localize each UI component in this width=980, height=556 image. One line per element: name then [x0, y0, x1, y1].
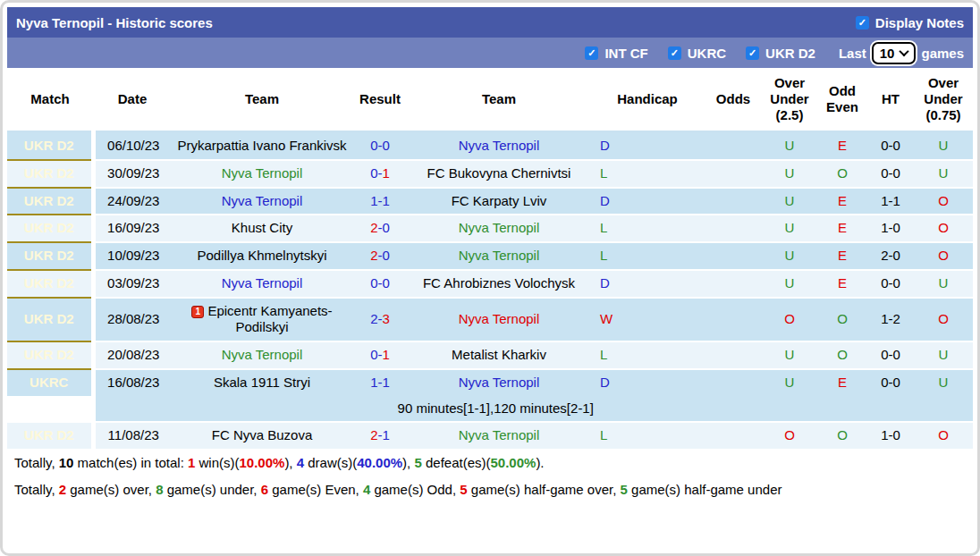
league-badge: UKRC	[7, 369, 93, 396]
col-date: Date	[93, 68, 172, 132]
table-row: UKR D2 16/09/23 Khust City 2-0 Nyva Tern…	[7, 215, 973, 242]
score-away: 0	[383, 220, 390, 235]
score-home: 1	[370, 193, 377, 208]
red-card-icon: 1	[191, 306, 204, 318]
league-badge: UKR D2	[7, 242, 93, 270]
result-cell: 2-0	[352, 242, 408, 270]
summary: Totally, 10 match(es) in total: 1 win(s)…	[7, 449, 973, 502]
display-notes-checkbox[interactable]	[856, 16, 869, 29]
odd-even-cell: E	[817, 242, 867, 270]
result-cell: 2-0	[352, 215, 408, 242]
ukr-d2-checkbox[interactable]	[746, 46, 759, 60]
home-team-cell: Skala 1911 Stryi	[172, 369, 352, 396]
page-title: Nyva Ternopil - Historic scores	[16, 15, 213, 30]
league-badge: UKR D2	[7, 132, 93, 160]
over-under-075-cell: U	[914, 270, 973, 298]
score-home: 1	[370, 375, 377, 390]
table-row: UKR D2 06/10/23 Prykarpattia Ivano Frank…	[7, 132, 973, 160]
league-badge: UKR D2	[7, 298, 93, 342]
over-under-075-cell: O	[914, 188, 973, 215]
league-badge: UKR D2	[7, 422, 93, 449]
away-team-cell: FC Bukovyna Chernivtsi	[408, 160, 590, 188]
table-row: UKR D2 03/09/23 Nyva Ternopil 0-0 FC Ahr…	[7, 270, 973, 298]
home-team-cell: Prykarpattia Ivano Frankivsk	[172, 132, 352, 160]
over-under-25-cell: U	[762, 215, 817, 242]
league-badge: UKR D2	[7, 160, 93, 188]
handicap-cell: W	[590, 298, 705, 342]
col-over-under-075: Over Under (0.75)	[914, 68, 973, 132]
away-team-cell: Metalist Kharkiv	[408, 341, 590, 369]
ht-cell: 1-0	[867, 422, 914, 449]
league-badge: UKR D2	[7, 341, 93, 369]
ukr-d2-label: UKR D2	[765, 46, 815, 61]
over-under-075-cell: O	[914, 298, 973, 342]
ht-cell: 2-0	[867, 242, 914, 270]
home-team-cell: Nyva Ternopil	[172, 270, 352, 298]
ukrc-label: UKRC	[688, 46, 726, 61]
home-team: Skala 1911 Stryi	[214, 375, 310, 390]
over-under-075-cell: O	[914, 242, 973, 270]
home-team-cell: Khust City	[172, 215, 352, 242]
away-team: Nyva Ternopil	[459, 375, 540, 390]
score-home: 0	[370, 165, 377, 181]
odd-even-cell: E	[817, 132, 867, 160]
over-under-25-cell: U	[762, 270, 817, 298]
score-home: 2	[370, 427, 377, 442]
home-team-cell: Podillya Khmelnytskyi	[172, 242, 352, 270]
away-team-cell: Nyva Ternopil	[408, 215, 590, 242]
result-cell: 2-1	[352, 422, 408, 449]
away-team: Nyva Ternopil	[459, 220, 540, 235]
table-header-row: Match Date Team Result Team Handicap Odd…	[7, 68, 973, 132]
ht-cell: 0-0	[867, 132, 914, 160]
chevron-down-icon	[900, 46, 909, 56]
handicap-cell: L	[590, 422, 705, 449]
col-home-team: Team	[172, 68, 352, 132]
col-away-team: Team	[408, 68, 590, 132]
table-row: UKR D2 30/09/23 Nyva Ternopil 0-1 FC Buk…	[7, 160, 973, 188]
over-under-075-cell: U	[914, 369, 973, 396]
date-cell: 28/08/23	[93, 298, 172, 342]
int-cf-label: INT CF	[604, 46, 647, 61]
handicap-cell: D	[590, 188, 705, 215]
table-row: UKR D2 24/09/23 Nyva Ternopil 1-1 FC Kar…	[7, 188, 973, 215]
games-count-select[interactable]: 10	[872, 42, 917, 64]
filter-bar: INT CF UKRC UKR D2 Last 10 games	[7, 38, 973, 68]
int-cf-checkbox[interactable]	[585, 46, 598, 60]
away-team-cell: Nyva Ternopil	[408, 422, 590, 449]
historic-scores-table: Match Date Team Result Team Handicap Odd…	[7, 68, 973, 449]
odds-cell	[705, 132, 762, 160]
table-row: UKR D2 11/08/23 FC Nyva Buzova 2-1 Nyva …	[7, 422, 973, 449]
score-away: 3	[383, 311, 390, 326]
home-team: Nyva Ternopil	[222, 193, 303, 208]
over-under-075-cell: O	[914, 215, 973, 242]
score-home: 2	[370, 311, 377, 326]
home-team: Podillya Khmelnytskyi	[197, 248, 326, 263]
league-badge: UKR D2	[7, 270, 93, 298]
home-team-cell: 1Epicentr Kamyanets-Podilskyi	[172, 298, 352, 342]
score-away: 0	[383, 138, 390, 153]
odds-cell	[705, 242, 762, 270]
col-handicap: Handicap	[590, 68, 705, 132]
col-odds: Odds	[705, 68, 762, 132]
home-team: Epicentr Kamyanets-Podilskyi	[207, 303, 332, 335]
home-team-cell: Nyva Ternopil	[172, 160, 352, 188]
score-home: 0	[370, 275, 377, 291]
over-under-25-cell: U	[762, 188, 817, 215]
date-cell: 11/08/23	[93, 422, 172, 449]
score-home: 2	[370, 248, 377, 263]
away-team: FC Karpaty Lviv	[452, 193, 547, 208]
odd-even-cell: O	[817, 422, 867, 449]
last-label: Last	[839, 46, 866, 61]
ukrc-checkbox[interactable]	[668, 46, 681, 60]
extra-time-note: 90 minutes[1-1],120 minutes[2-1]	[93, 396, 973, 423]
note-row: 90 minutes[1-1],120 minutes[2-1]	[7, 396, 973, 423]
over-under-075-cell: U	[914, 341, 973, 369]
table-row: UKR D2 10/09/23 Podillya Khmelnytskyi 2-…	[7, 242, 973, 270]
result-cell: 0-0	[352, 270, 408, 298]
table-row: UKR D2 20/08/23 Nyva Ternopil 0-1 Metali…	[7, 341, 973, 369]
date-cell: 20/08/23	[93, 341, 172, 369]
odd-even-cell: O	[817, 160, 867, 188]
away-team: FC Ahrobiznes Volochysk	[423, 275, 575, 291]
ht-cell: 0-0	[867, 369, 914, 396]
handicap-cell: D	[590, 270, 705, 298]
